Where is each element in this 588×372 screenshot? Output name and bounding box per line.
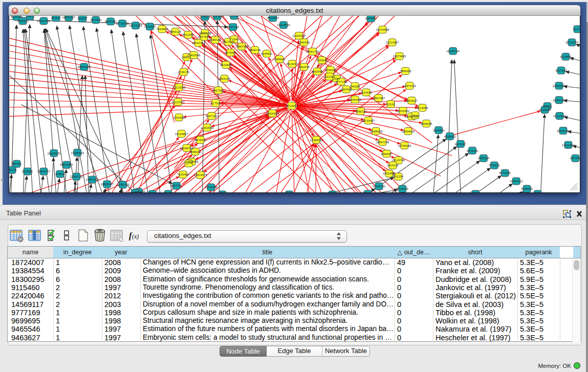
svg-text:11353594: 11353594 — [201, 126, 214, 129]
svg-text:39129: 39129 — [9, 168, 16, 171]
svg-text:84123: 84123 — [471, 192, 480, 193]
svg-text:16543362: 16543362 — [192, 41, 205, 45]
svg-text:19654923: 19654923 — [402, 130, 415, 133]
svg-text:10654112: 10654112 — [510, 180, 522, 183]
svg-text:857311: 857311 — [229, 16, 239, 17]
svg-text:152346: 152346 — [130, 191, 140, 193]
svg-text:19218506: 19218506 — [277, 24, 290, 27]
svg-text:975814: 975814 — [200, 16, 210, 18]
svg-text:9146821: 9146821 — [261, 52, 272, 55]
svg-text:417006: 417006 — [211, 102, 221, 105]
svg-text:8878352: 8878352 — [194, 139, 206, 142]
svg-text:6497568: 6497568 — [340, 88, 352, 91]
svg-text:1527602: 1527602 — [90, 18, 101, 21]
svg-text:9213465: 9213465 — [417, 106, 428, 110]
svg-text:8427552: 8427552 — [212, 89, 224, 92]
svg-text:9463627: 9463627 — [406, 99, 417, 102]
svg-text:10688609: 10688609 — [369, 130, 383, 133]
svg-text:10807487: 10807487 — [372, 97, 385, 100]
svg-text:16210643: 16210643 — [553, 115, 567, 118]
svg-text:7955812: 7955812 — [316, 59, 328, 62]
svg-text:9644: 9644 — [412, 114, 419, 117]
svg-text:9777169: 9777169 — [336, 80, 347, 83]
svg-text:16033809: 16033809 — [211, 16, 224, 18]
svg-text:23867608: 23867608 — [235, 45, 248, 48]
svg-text:16671355: 16671355 — [129, 24, 142, 27]
svg-text:16154808: 16154808 — [376, 28, 389, 31]
svg-text:3920: 3920 — [27, 16, 33, 18]
svg-text:7625402: 7625402 — [177, 173, 188, 176]
svg-text:254317: 254317 — [51, 16, 61, 19]
svg-text:9084067: 9084067 — [381, 152, 392, 156]
svg-text:19384554: 19384554 — [310, 139, 323, 142]
svg-text:9873685: 9873685 — [225, 51, 236, 54]
svg-text:19166827: 19166827 — [175, 133, 188, 136]
svg-text:20691406: 20691406 — [37, 19, 51, 23]
svg-text:17957225: 17957225 — [85, 178, 99, 181]
svg-text:9242848: 9242848 — [220, 63, 231, 67]
svg-text:10025453: 10025453 — [397, 110, 410, 113]
svg-text:10046756: 10046756 — [180, 147, 193, 150]
svg-text:252254: 252254 — [394, 175, 404, 178]
svg-text:9657791: 9657791 — [170, 184, 182, 187]
svg-text:114519: 114519 — [55, 172, 65, 176]
svg-text:(x): (x) — [132, 233, 139, 240]
svg-text:12942757: 12942757 — [37, 170, 51, 173]
svg-text:15751074: 15751074 — [565, 41, 579, 44]
svg-text:23226058: 23226058 — [199, 32, 212, 35]
svg-text:6479197: 6479197 — [455, 143, 466, 146]
svg-text:10973493: 10973493 — [393, 55, 406, 58]
svg-text:985061: 985061 — [12, 162, 21, 165]
svg-text:2935114: 2935114 — [478, 157, 490, 160]
svg-text:12213369: 12213369 — [172, 86, 186, 89]
svg-text:15720407: 15720407 — [362, 119, 375, 122]
svg-text:12975115: 12975115 — [403, 84, 416, 87]
svg-text:12093873: 12093873 — [553, 84, 566, 87]
svg-text:9227342: 9227342 — [555, 69, 567, 72]
svg-text:9474444: 9474444 — [467, 149, 478, 152]
svg-text:10853267: 10853267 — [62, 16, 75, 19]
svg-text:2803144: 2803144 — [219, 77, 230, 80]
svg-text:99975887: 99975887 — [60, 163, 73, 166]
svg-text:8186328: 8186328 — [209, 38, 221, 41]
svg-text:8990448: 8990448 — [312, 70, 323, 73]
svg-text:1362615: 1362615 — [298, 65, 310, 69]
svg-text:8813054: 8813054 — [267, 16, 279, 19]
svg-text:1588520: 1588520 — [274, 58, 285, 61]
svg-text:1167531: 1167531 — [570, 157, 580, 160]
svg-text:8938923: 8938923 — [444, 135, 455, 138]
svg-text:8267150: 8267150 — [206, 115, 217, 118]
svg-text:8454749: 8454749 — [249, 49, 260, 52]
svg-text:7663822: 7663822 — [157, 28, 168, 31]
svg-text:20364436: 20364436 — [349, 98, 362, 101]
svg-text:9129966: 9129966 — [560, 55, 571, 58]
svg-text:9699695: 9699695 — [421, 122, 432, 125]
svg-text:9245652: 9245652 — [521, 187, 532, 190]
svg-text:12213967: 12213967 — [386, 41, 399, 44]
svg-text:931245: 931245 — [363, 192, 373, 193]
svg-text:6794028: 6794028 — [325, 69, 336, 72]
svg-text:11325419: 11325419 — [292, 34, 305, 37]
svg-text:8912954: 8912954 — [182, 33, 194, 36]
svg-text:16107553: 16107553 — [171, 101, 185, 104]
svg-text:15692971: 15692971 — [557, 129, 570, 133]
svg-text:16914479: 16914479 — [194, 173, 207, 177]
svg-text:1640954: 1640954 — [433, 129, 445, 132]
svg-text:25300285: 25300285 — [266, 112, 279, 115]
svg-text:9660124: 9660124 — [169, 30, 181, 33]
svg-text:18807249: 18807249 — [376, 141, 389, 144]
svg-text:16782759: 16782759 — [116, 183, 129, 186]
svg-text:14136141: 14136141 — [373, 185, 386, 188]
svg-text:62160: 62160 — [386, 103, 395, 106]
svg-text:1440910: 1440910 — [298, 41, 310, 44]
svg-text:17359924: 17359924 — [71, 151, 84, 155]
svg-text:17016504: 17016504 — [562, 144, 575, 147]
svg-text:12444194: 12444194 — [553, 99, 566, 102]
svg-text:7632621: 7632621 — [489, 164, 500, 167]
svg-text:84521: 84521 — [148, 192, 157, 193]
svg-text:16548764: 16548764 — [446, 50, 460, 53]
svg-text:20206576: 20206576 — [48, 152, 61, 155]
svg-text:8471676: 8471676 — [499, 171, 511, 174]
svg-text:1405572: 1405572 — [17, 19, 28, 23]
svg-text:17654985: 17654985 — [172, 116, 186, 119]
